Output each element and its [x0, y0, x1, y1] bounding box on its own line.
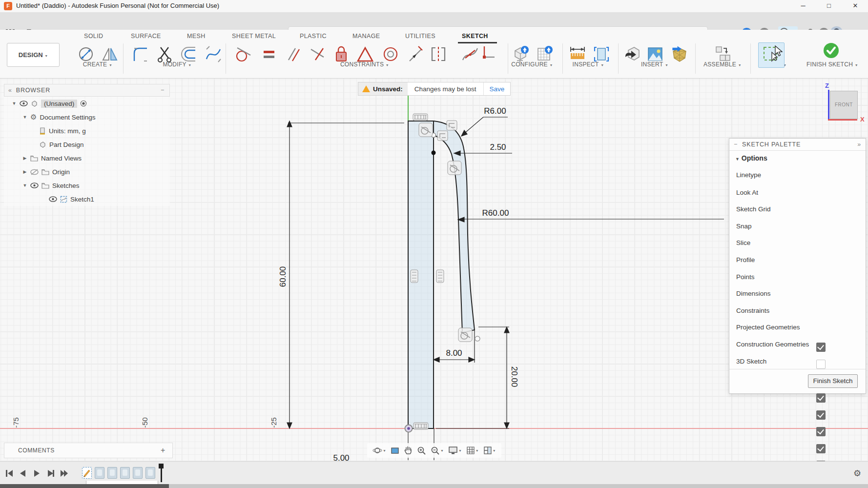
constraint-equal-icon[interactable] [260, 44, 278, 64]
points-checkbox[interactable] [816, 410, 826, 420]
browser-row-origin[interactable]: ▶ Origin [4, 165, 170, 179]
tab-plastic[interactable]: PLASTIC [300, 33, 327, 40]
timeline-step-forward-button[interactable] [45, 468, 56, 479]
browser-row-named-views[interactable]: ▶ Named Views [4, 151, 170, 165]
pan-tool[interactable] [402, 446, 414, 455]
measure-icon[interactable] [569, 44, 586, 64]
tab-solid[interactable]: SOLID [84, 33, 103, 40]
browser-row-units[interactable]: Units: mm, g [4, 124, 170, 138]
window-maximize-button[interactable]: □ [819, 0, 839, 11]
timeline-playhead[interactable] [161, 468, 162, 482]
activate-radio-icon[interactable] [80, 100, 87, 107]
eye-icon[interactable] [30, 183, 39, 188]
constraint-fix-icon[interactable] [478, 44, 496, 64]
browser-row-sketch1[interactable]: Sketch1 [4, 192, 170, 206]
chevron-right-icon[interactable]: ▶ [22, 169, 27, 174]
timeline-go-end-button[interactable] [59, 468, 69, 479]
constraints-checkbox[interactable] [816, 444, 826, 453]
palette-minimize-icon[interactable]: − [734, 141, 738, 148]
eye-icon[interactable] [49, 196, 57, 202]
assemble-icon[interactable] [714, 44, 731, 64]
browser-row-label[interactable]: Named Views [41, 155, 82, 162]
browser-row-label[interactable]: Document Settings [40, 114, 95, 121]
constraint-curvature-icon[interactable] [461, 44, 479, 64]
zoom-window-tool[interactable]: ▼ [429, 446, 445, 455]
eye-off-icon[interactable] [30, 169, 39, 175]
viewports-tool[interactable]: ▼ [482, 446, 497, 455]
window-close-button[interactable]: ✕ [846, 0, 865, 11]
viewcube-front-face[interactable]: FRONT [830, 91, 858, 119]
browser-row-label[interactable]: Sketch1 [70, 196, 94, 203]
tab-sheet-metal[interactable]: SHEET METAL [232, 33, 276, 40]
insert-derive-icon[interactable] [623, 44, 641, 64]
chevron-down-icon[interactable]: ▼ [22, 115, 27, 120]
chevron-down-icon[interactable]: ▼ [22, 183, 27, 188]
browser-collapse-icon[interactable]: « [8, 87, 12, 94]
viewcube[interactable]: FRONT Z X [820, 78, 868, 127]
timeline-feature[interactable] [95, 467, 104, 479]
finish-sketch-button[interactable]: Finish Sketch [808, 374, 858, 388]
browser-row-document-settings[interactable]: ▼ ⚙ Document Settings [4, 110, 170, 124]
grid-snaps-tool[interactable]: ▼ [465, 446, 480, 455]
sketch-dimension-icon[interactable] [77, 44, 95, 64]
tab-utilities[interactable]: UTILITIES [405, 33, 435, 40]
browser-row-label[interactable]: Units: mm, g [49, 127, 86, 135]
constraint-perpendicular-icon[interactable] [309, 44, 326, 64]
look-at-tool[interactable] [389, 446, 401, 455]
group-modify[interactable]: MODIFY ▼ [143, 61, 211, 68]
display-settings-tool[interactable]: ▼ [447, 446, 463, 455]
eye-icon[interactable] [20, 101, 28, 106]
browser-row-label[interactable]: Sketches [52, 182, 80, 189]
group-finish-sketch[interactable]: FINISH SKETCH ▼ [798, 61, 867, 68]
tab-manage[interactable]: MANAGE [352, 33, 380, 40]
workspace-switcher[interactable]: DESIGN ▼ [7, 43, 60, 67]
browser-row-label[interactable]: (Unsaved) [41, 100, 77, 108]
add-comment-icon[interactable]: + [161, 446, 165, 455]
browser-row-label[interactable]: Origin [52, 168, 70, 176]
constraint-triangle-icon[interactable] [356, 44, 374, 64]
browser-row-label[interactable]: Part Design [49, 141, 84, 148]
profile-checkbox[interactable] [816, 393, 826, 403]
dimensions-checkbox[interactable] [816, 427, 826, 436]
chevron-right-icon[interactable]: ▶ [22, 156, 27, 161]
browser-row-sketches[interactable]: ▼ Sketches [4, 179, 170, 192]
timeline-feature[interactable] [133, 467, 143, 479]
browser-row-part-design[interactable]: Part Design [4, 138, 170, 151]
comments-bar[interactable]: COMMENTS + [4, 443, 173, 458]
tab-surface[interactable]: SURFACE [131, 33, 161, 40]
constraint-lock-icon[interactable] [332, 44, 350, 64]
save-link[interactable]: Save [483, 82, 511, 95]
timeline-feature[interactable] [107, 467, 117, 479]
section-analysis-icon[interactable] [593, 44, 610, 64]
chevron-down-icon[interactable]: ▼ [12, 101, 17, 106]
timeline-scrollbar[interactable] [0, 484, 868, 488]
finish-sketch-icon[interactable] [823, 42, 839, 59]
timeline-feature[interactable] [145, 467, 155, 479]
browser-row-root[interactable]: ▼ (Unsaved) [4, 97, 170, 110]
timeline-step-back-button[interactable] [18, 468, 28, 479]
browser-minimize-icon[interactable]: − [161, 87, 165, 94]
group-create[interactable]: CREATE ▼ [63, 61, 132, 68]
constraint-parallel-icon[interactable] [285, 44, 302, 64]
timeline-scrollbar-thumb[interactable] [0, 484, 169, 488]
timeline-settings-gear-icon[interactable]: ⚙ [851, 468, 863, 479]
timeline-go-start-button[interactable] [4, 468, 15, 479]
mirror-icon[interactable] [101, 44, 119, 64]
insert-mesh-icon[interactable] [671, 44, 688, 64]
window-minimize-button[interactable]: ─ [793, 0, 813, 11]
constraint-tangent-icon[interactable] [234, 44, 252, 64]
fillet-icon[interactable] [131, 44, 149, 64]
timeline-play-button[interactable] [31, 468, 42, 479]
zoom-tool[interactable] [415, 446, 428, 455]
constraint-symmetry-icon[interactable] [430, 44, 447, 64]
offset-icon[interactable] [181, 44, 198, 64]
constraint-concentric-icon[interactable] [382, 44, 399, 64]
timeline-feature-sketch1[interactable] [82, 467, 92, 479]
group-inspect[interactable]: INSPECT ▼ [554, 61, 622, 68]
configure-design-icon[interactable] [512, 44, 530, 64]
palette-options-section[interactable]: ▼ Options [735, 154, 767, 162]
configure-table-icon[interactable] [536, 44, 553, 64]
palette-dock-icon[interactable]: » [857, 141, 861, 148]
tab-mesh[interactable]: MESH [187, 33, 206, 40]
constraint-coincident-icon[interactable] [407, 44, 424, 64]
